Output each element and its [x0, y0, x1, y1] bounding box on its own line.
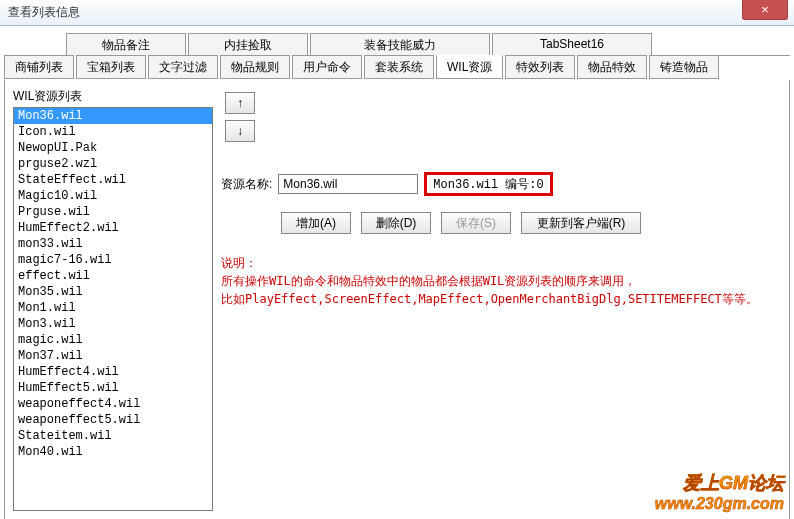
close-icon: × [761, 2, 769, 17]
tab-sheet16[interactable]: TabSheet16 [492, 33, 652, 56]
resource-info-box: Mon36.wil 编号:0 [424, 172, 552, 196]
list-item[interactable]: weaponeffect4.wil [14, 396, 212, 412]
tab-content: WIL资源列表 Mon36.wilIcon.wilNewopUI.Pakprgu… [4, 80, 790, 519]
update-client-button[interactable]: 更新到客户端(R) [521, 212, 641, 234]
list-item[interactable]: weaponeffect5.wil [14, 412, 212, 428]
resource-info-text: Mon36.wil 编号:0 [433, 176, 543, 193]
tab-pickup[interactable]: 内挂捡取 [188, 33, 308, 56]
list-item[interactable]: Mon1.wil [14, 300, 212, 316]
list-item[interactable]: Mon37.wil [14, 348, 212, 364]
resource-name-label: 资源名称: [221, 176, 272, 193]
tab-spacer [4, 33, 64, 56]
tab-chest-list[interactable]: 宝箱列表 [76, 55, 146, 79]
list-item[interactable]: Magic10.wil [14, 188, 212, 204]
desc-line2: 比如PlayEffect,ScreenEffect,MapEffect,Open… [221, 290, 781, 308]
list-item[interactable]: HumEffect2.wil [14, 220, 212, 236]
tab-user-cmd[interactable]: 用户命令 [292, 55, 362, 79]
close-button[interactable]: × [742, 0, 788, 20]
tab-suit-system[interactable]: 套装系统 [364, 55, 434, 79]
list-item[interactable]: Stateitem.wil [14, 428, 212, 444]
tab-wil-resource[interactable]: WIL资源 [436, 55, 503, 79]
list-item[interactable]: magic7-16.wil [14, 252, 212, 268]
list-item[interactable]: effect.wil [14, 268, 212, 284]
list-caption: WIL资源列表 [13, 88, 213, 105]
tabs-row-top: 物品备注 内挂捡取 装备技能威力 TabSheet16 [4, 32, 790, 56]
description-block: 说明： 所有操作WIL的命令和物品特效中的物品都会根据WIL资源列表的顺序来调用… [221, 254, 781, 308]
window-title: 查看列表信息 [8, 4, 80, 21]
list-item[interactable]: StateEffect.wil [14, 172, 212, 188]
list-item[interactable]: Mon36.wil [14, 108, 212, 124]
tab-item-rule[interactable]: 物品规则 [220, 55, 290, 79]
list-item[interactable]: HumEffect4.wil [14, 364, 212, 380]
list-item[interactable]: Mon35.wil [14, 284, 212, 300]
title-bar: 查看列表信息 × [0, 0, 794, 26]
list-item[interactable]: Icon.wil [14, 124, 212, 140]
list-item[interactable]: NewopUI.Pak [14, 140, 212, 156]
tab-equip-power[interactable]: 装备技能威力 [310, 33, 490, 56]
list-item[interactable]: Prguse.wil [14, 204, 212, 220]
tab-effect-list[interactable]: 特效列表 [505, 55, 575, 79]
resource-name-input[interactable] [278, 174, 418, 194]
tab-item-effect[interactable]: 物品特效 [577, 55, 647, 79]
add-button[interactable]: 增加(A) [281, 212, 351, 234]
list-item[interactable]: Mon3.wil [14, 316, 212, 332]
list-item[interactable]: Mon40.wil [14, 444, 212, 460]
wil-listbox[interactable]: Mon36.wilIcon.wilNewopUI.Pakprguse2.wzlS… [13, 107, 213, 511]
desc-line1: 所有操作WIL的命令和物品特效中的物品都会根据WIL资源列表的顺序来调用， [221, 272, 781, 290]
tabs-row-bottom: 商铺列表 宝箱列表 文字过滤 物品规则 用户命令 套装系统 WIL资源 特效列表… [4, 56, 790, 80]
delete-button[interactable]: 删除(D) [361, 212, 431, 234]
list-item[interactable]: mon33.wil [14, 236, 212, 252]
list-item[interactable]: HumEffect5.wil [14, 380, 212, 396]
tab-text-filter[interactable]: 文字过滤 [148, 55, 218, 79]
move-up-button[interactable]: ↑ [225, 92, 255, 114]
move-down-button[interactable]: ↓ [225, 120, 255, 142]
tab-item-remark[interactable]: 物品备注 [66, 33, 186, 56]
save-button: 保存(S) [441, 212, 511, 234]
tab-shop-list[interactable]: 商铺列表 [4, 55, 74, 79]
list-item[interactable]: prguse2.wzl [14, 156, 212, 172]
desc-heading: 说明： [221, 254, 781, 272]
tab-forge-item[interactable]: 铸造物品 [649, 55, 719, 79]
list-item[interactable]: magic.wil [14, 332, 212, 348]
